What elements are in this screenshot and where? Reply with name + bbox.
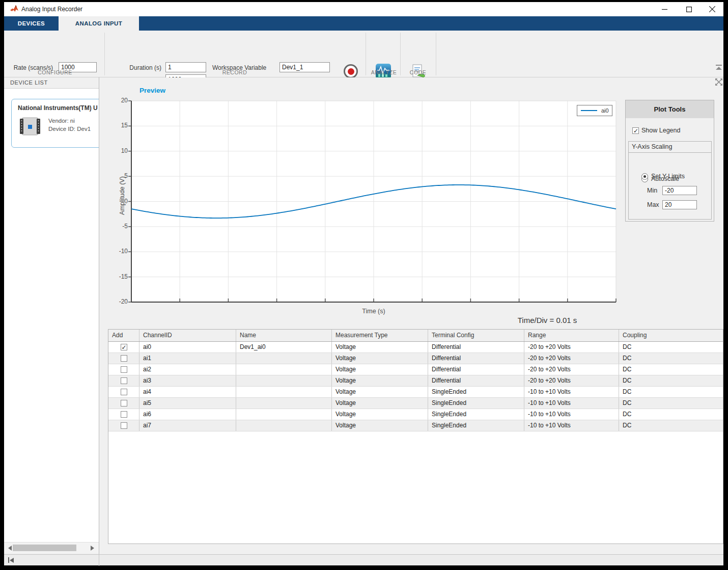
scrollbar-thumb[interactable] [13,545,76,551]
tab-devices[interactable]: DEVICES [4,16,59,31]
add-channel-checkbox[interactable] [121,411,127,418]
column-header-add[interactable]: Add [108,330,139,341]
coupling-cell[interactable]: DC [619,398,723,409]
range-cell[interactable]: -20 to +20 Volts [524,353,619,364]
channel-id-cell[interactable]: ai0 [139,342,236,352]
scroll-right-icon[interactable] [91,546,94,551]
channel-id-cell[interactable]: ai5 [139,398,236,409]
add-channel-checkbox[interactable] [121,389,127,395]
channel-id-cell[interactable]: ai2 [139,364,236,375]
table-row-ai7[interactable]: ai7VoltageSingleEnded-10 to +10 VoltsDC [108,420,723,431]
channel-table-header: AddChannelIDNameMeasurement TypeTerminal… [108,330,723,342]
measurement-type-cell[interactable]: Voltage [332,364,428,375]
measurement-type-cell[interactable]: Voltage [332,375,428,386]
close-button[interactable] [704,2,721,16]
table-row-ai2[interactable]: ai2VoltageDifferential-20 to +20 VoltsDC [108,364,723,375]
name-cell[interactable] [236,387,332,397]
measurement-type-cell[interactable]: Voltage [332,387,428,397]
channel-table-body: ai0Dev1_ai0VoltageDifferential-20 to +20… [108,342,723,431]
column-header-range[interactable]: Range [524,330,619,341]
name-cell[interactable]: Dev1_ai0 [236,342,332,352]
add-channel-checkbox[interactable] [121,344,127,350]
range-cell[interactable]: -20 to +20 Volts [524,364,619,375]
range-cell[interactable]: -20 to +20 Volts [524,342,619,352]
coupling-cell[interactable]: DC [619,342,723,352]
measurement-type-cell[interactable]: Voltage [332,409,428,420]
device-icon [19,117,41,136]
device-id: Device ID: Dev1 [48,125,91,133]
name-cell[interactable] [236,364,332,375]
tab-analog-input-recorder[interactable]: ANALOG INPUT RECORDER [59,16,139,31]
measurement-type-cell[interactable]: Voltage [332,420,428,431]
maximize-button[interactable] [680,2,697,16]
y-max-input[interactable] [662,200,697,209]
preview-plot[interactable] [131,101,616,302]
name-cell[interactable] [236,375,332,386]
add-channel-checkbox[interactable] [121,400,127,406]
matlab-logo-icon [10,5,18,13]
legend-line-sample [581,110,597,111]
section-record: RECORD [199,69,270,75]
device-card[interactable]: National Instruments(TM) U Vendor: ni De… [11,99,99,148]
workspace-variable-input[interactable] [279,62,330,72]
column-header-coupling[interactable]: Coupling [619,330,723,341]
y-axis-scaling-title: Y-Axis Scaling [629,142,711,153]
range-cell[interactable]: -10 to +10 Volts [524,409,619,420]
range-cell[interactable]: -10 to +10 Volts [524,387,619,397]
collapse-panel-icon[interactable] [8,557,14,563]
device-vendor: Vendor: ni [48,117,91,125]
terminal-config-cell[interactable]: SingleEnded [428,420,524,431]
range-cell[interactable]: -10 to +10 Volts [524,398,619,409]
table-row-ai5[interactable]: ai5VoltageSingleEnded-10 to +10 VoltsDC [108,398,723,409]
range-cell[interactable]: -20 to +20 Volts [524,375,619,386]
terminal-config-cell[interactable]: Differential [428,375,524,386]
terminal-config-cell[interactable]: SingleEnded [428,387,524,397]
terminal-config-cell[interactable]: SingleEnded [428,409,524,420]
channel-id-cell[interactable]: ai7 [139,420,236,431]
terminal-config-cell[interactable]: Differential [428,342,524,352]
table-row-ai1[interactable]: ai1VoltageDifferential-20 to +20 VoltsDC [108,353,723,364]
name-cell[interactable] [236,409,332,420]
minimize-button[interactable] [656,2,673,16]
scroll-left-icon[interactable] [8,546,12,551]
name-cell[interactable] [236,353,332,364]
channel-id-cell[interactable]: ai3 [139,375,236,386]
name-cell[interactable] [236,398,332,409]
table-row-ai3[interactable]: ai3VoltageDifferential-20 to +20 VoltsDC [108,375,723,387]
table-row-ai4[interactable]: ai4VoltageSingleEnded-10 to +10 VoltsDC [108,387,723,398]
name-cell[interactable] [236,420,332,431]
add-channel-checkbox[interactable] [121,422,127,429]
measurement-type-cell[interactable]: Voltage [332,342,428,352]
table-row-ai0[interactable]: ai0Dev1_ai0VoltageDifferential-20 to +20… [108,342,723,353]
device-list-hscrollbar[interactable] [4,542,99,553]
coupling-cell[interactable]: DC [619,387,723,397]
y-min-input[interactable] [662,186,697,195]
measurement-type-cell[interactable]: Voltage [332,353,428,364]
measurement-type-cell[interactable]: Voltage [332,398,428,409]
show-legend-checkbox[interactable] [632,127,639,134]
toolstrip-separator [436,33,436,75]
add-channel-checkbox[interactable] [121,377,127,384]
add-channel-checkbox[interactable] [121,366,127,373]
terminal-config-cell[interactable]: SingleEnded [428,398,524,409]
coupling-cell[interactable]: DC [619,364,723,375]
coupling-cell[interactable]: DC [619,353,723,364]
range-cell[interactable]: -10 to +10 Volts [524,420,619,431]
coupling-cell[interactable]: DC [619,420,723,431]
coupling-cell[interactable]: DC [619,375,723,386]
set-y-limits-radio[interactable] [641,173,648,180]
add-channel-checkbox[interactable] [121,355,127,362]
column-header-channelid[interactable]: ChannelID [139,330,236,341]
terminal-config-cell[interactable]: Differential [428,353,524,364]
channel-id-cell[interactable]: ai6 [139,409,236,420]
column-header-name[interactable]: Name [236,330,332,341]
table-row-ai6[interactable]: ai6VoltageSingleEnded-10 to +10 VoltsDC [108,409,723,420]
terminal-config-cell[interactable]: Differential [428,364,524,375]
channel-id-cell[interactable]: ai4 [139,387,236,397]
plot-legend[interactable]: ai0 [577,105,612,116]
column-header-terminal-config[interactable]: Terminal Config [428,330,524,341]
coupling-cell[interactable]: DC [619,409,723,420]
channel-id-cell[interactable]: ai1 [139,353,236,364]
column-header-measurement-type[interactable]: Measurement Type [332,330,428,341]
window-title: Analog Input Recorder [21,6,82,13]
